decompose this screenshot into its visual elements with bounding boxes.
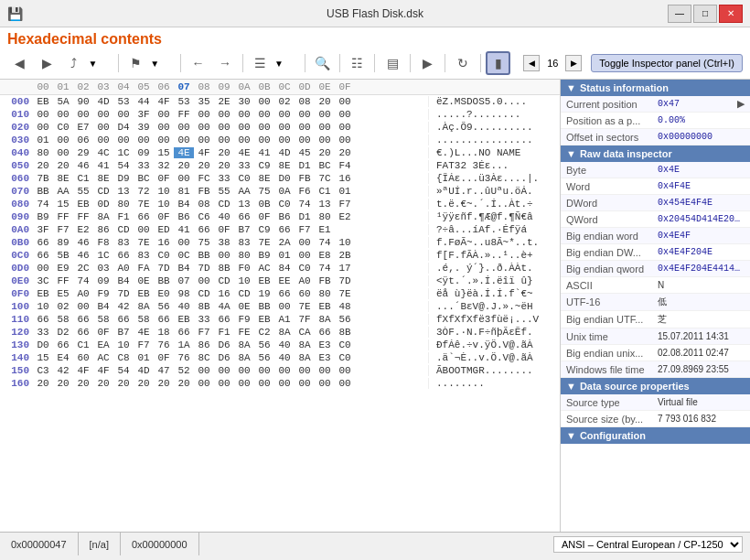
hex-cell[interactable]: FC xyxy=(194,173,214,184)
encoding-select[interactable]: ANSI – Central European / CP-1250 xyxy=(553,536,743,553)
hex-cell[interactable]: 1A xyxy=(174,339,194,350)
hex-cell[interactable]: B4 xyxy=(113,275,134,286)
hex-cell[interactable]: C0 xyxy=(53,122,73,133)
hex-cell[interactable]: E4 xyxy=(53,352,73,363)
hex-cell[interactable]: 0D xyxy=(93,199,113,210)
hex-cell[interactable]: 3F xyxy=(33,224,53,235)
hex-cell[interactable]: 4F xyxy=(93,365,113,376)
hex-cell[interactable]: 66 xyxy=(53,339,73,350)
hex-row[interactable]: 0807415EB0D807E10B408CD130BC07413F7t.ë.€… xyxy=(0,198,560,210)
hex-cell[interactable]: 16 xyxy=(335,173,355,184)
hex-cell[interactable]: 8A xyxy=(134,301,154,312)
hex-row[interactable]: 100100200B4428A56408B4A0EBB007EEB48...´B… xyxy=(0,300,560,313)
hex-cell[interactable]: 10 xyxy=(113,339,134,350)
hex-cell[interactable]: 00 xyxy=(194,378,214,389)
hex-cell[interactable]: 7D xyxy=(154,263,174,274)
hex-cell[interactable]: 83 xyxy=(113,237,134,248)
hex-cell[interactable]: EB xyxy=(134,288,154,299)
hex-cell[interactable]: 01 xyxy=(33,135,53,145)
page-prev-button[interactable]: ◀ xyxy=(523,55,540,71)
hex-cell[interactable]: 00 xyxy=(335,378,355,389)
hex-cell[interactable]: 8E xyxy=(274,160,295,171)
hex-cell[interactable]: 8A xyxy=(295,352,315,363)
hex-cell[interactable]: 7E xyxy=(254,237,274,248)
hex-cell[interactable]: 98 xyxy=(174,288,194,299)
hex-cell[interactable]: 20 xyxy=(194,160,214,171)
hex-cell[interactable]: 45 xyxy=(295,147,315,158)
hex-cell[interactable]: 80 xyxy=(315,211,335,222)
hex-cell[interactable]: 81 xyxy=(174,186,194,197)
hex-cell[interactable]: 20 xyxy=(335,147,355,158)
maximize-button[interactable]: □ xyxy=(693,5,717,23)
hex-cell[interactable]: 18 xyxy=(154,327,174,338)
hex-cell[interactable]: 3F xyxy=(134,109,154,120)
hex-cell[interactable]: ED xyxy=(154,224,174,235)
hex-cell[interactable]: 01 xyxy=(134,352,154,363)
hex-row[interactable]: 0C0665B461C6683C00CBB0080B90100E82Bf[F.f… xyxy=(0,249,560,262)
hex-cell[interactable]: 7D xyxy=(335,275,355,286)
hex-cell[interactable]: B6 xyxy=(274,211,295,222)
grid-button[interactable]: ☷ xyxy=(345,51,370,75)
hex-cell[interactable]: 8B xyxy=(194,301,214,312)
hex-cell[interactable]: 00 xyxy=(154,122,174,133)
hex-cell[interactable]: F4 xyxy=(335,160,355,171)
hex-cell[interactable]: 20 xyxy=(134,378,154,389)
hex-cell[interactable]: 20 xyxy=(315,96,335,107)
hex-row[interactable]: 01000000000003F00FF0000000000000000.....… xyxy=(0,108,560,121)
hex-cell[interactable]: B7 xyxy=(234,224,254,235)
search-button[interactable]: 🔍 xyxy=(310,51,335,75)
hex-cell[interactable]: 66 xyxy=(33,250,53,261)
hex-cell[interactable]: 4E xyxy=(134,327,154,338)
hex-cell[interactable]: D1 xyxy=(295,160,315,171)
nav-button[interactable]: ▶ xyxy=(415,51,440,75)
hex-cell[interactable]: 56 xyxy=(335,314,355,325)
hex-cell[interactable]: 84 xyxy=(274,263,295,274)
hex-cell[interactable]: BC xyxy=(134,173,154,184)
hex-cell[interactable]: C0 xyxy=(295,263,315,274)
hex-cell[interactable]: F7 xyxy=(335,199,355,210)
hex-cell[interactable]: 00 xyxy=(295,378,315,389)
hex-cell[interactable]: A0 xyxy=(73,288,93,299)
hex-cell[interactable]: E3 xyxy=(315,339,335,350)
hex-cell[interactable]: E2 xyxy=(335,211,355,222)
hex-cell[interactable]: 00 xyxy=(234,135,254,145)
hex-cell[interactable]: 33 xyxy=(234,160,254,171)
hex-cell[interactable]: 00 xyxy=(73,109,93,120)
hex-cell[interactable]: 8E xyxy=(93,173,113,184)
hex-cell[interactable]: 58 xyxy=(134,314,154,325)
hex-cell[interactable]: 08 xyxy=(295,96,315,107)
hex-cell[interactable]: E3 xyxy=(315,352,335,363)
hex-cell[interactable]: 20 xyxy=(214,147,234,158)
hex-cell[interactable]: B6 xyxy=(174,211,194,222)
hex-row[interactable]: 090B9FFFF8AF1660FB6C640660FB6D180E2¹ÿÿεñ… xyxy=(0,210,560,223)
hex-cell[interactable]: A0 xyxy=(113,263,134,274)
hex-cell[interactable]: 80 xyxy=(234,250,254,261)
hex-cell[interactable]: 00 xyxy=(174,122,194,133)
hex-cell[interactable]: 7C xyxy=(315,173,335,184)
hex-cell[interactable]: 06 xyxy=(73,135,93,145)
hex-cell[interactable]: AA xyxy=(234,186,254,197)
hex-cell[interactable]: 00 xyxy=(174,237,194,248)
hex-cell[interactable]: 83 xyxy=(134,250,154,261)
hex-cell[interactable]: 0B xyxy=(254,199,274,210)
hex-cell[interactable]: 00 xyxy=(274,301,295,312)
hex-cell[interactable]: FF xyxy=(53,275,73,286)
hex-cell[interactable]: BB xyxy=(33,186,53,197)
hex-cell[interactable]: A0 xyxy=(295,275,315,286)
hex-cell[interactable]: CD xyxy=(194,288,214,299)
hex-cell[interactable]: 74 xyxy=(33,199,53,210)
hex-cell[interactable]: 40 xyxy=(174,301,194,312)
hex-cell[interactable]: 4F xyxy=(154,96,174,107)
hex-row[interactable]: 070BBAA55CD13721081FB55AA750AF6C101»ªUÍ.… xyxy=(0,185,560,198)
toggle-inspector-button[interactable]: Toggle Inspector panel (Ctrl+I) xyxy=(591,54,743,72)
hex-cell[interactable]: 0F xyxy=(214,224,234,235)
hex-cell[interactable]: 00 xyxy=(335,122,355,133)
hex-cell[interactable]: 17 xyxy=(335,263,355,274)
hex-cell[interactable]: 00 xyxy=(33,122,53,133)
hex-cell[interactable]: 2A xyxy=(274,237,295,248)
hex-cell[interactable]: CA xyxy=(295,327,315,338)
hex-cell[interactable]: 8A xyxy=(234,339,254,350)
hex-cell[interactable]: 19 xyxy=(254,288,274,299)
inspector-toggle-btn[interactable]: ▮ xyxy=(486,51,511,75)
hex-cell[interactable]: A1 xyxy=(274,314,295,325)
